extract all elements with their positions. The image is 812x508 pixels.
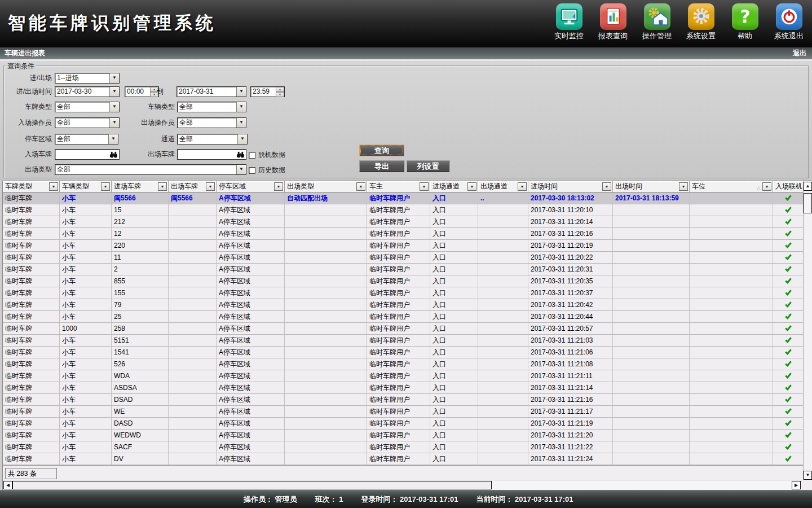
table-row[interactable]: 临时车牌1000258A停车区域临时车牌用户入口2017-03-31 11:20… [3, 323, 804, 335]
search-button[interactable]: 查询 [359, 144, 404, 156]
offline-data-checkbox[interactable]: 脱机数据 [249, 150, 285, 160]
exit-plate-input[interactable] [177, 149, 246, 160]
chevron-down-icon[interactable]: ▼ [236, 118, 246, 128]
table-row[interactable]: 临时车牌小车155A停车区域临时车牌用户入口2017-03-31 11:20:3… [3, 287, 804, 299]
column-header-12[interactable]: 车位△▼ [690, 181, 773, 192]
binoculars-search-icon[interactable] [109, 151, 118, 158]
exit-operator-select[interactable]: 全部▼ [177, 117, 246, 128]
table-row[interactable]: 临时车牌小车WEA停车区域临时车牌用户入口2017-03-31 11:21:17 [3, 406, 804, 418]
parking-area-select[interactable]: 全部▼ [55, 134, 118, 144]
spin-down-icon[interactable]: ▼ [276, 92, 284, 97]
plate-type-select[interactable]: 全部▼ [55, 102, 120, 112]
column-settings-button[interactable]: 列设置 [407, 160, 449, 172]
column-filter-icon[interactable]: ▼ [602, 182, 611, 191]
column-header-2[interactable]: 车辆类型▼ [60, 181, 112, 192]
column-filter-icon[interactable]: ▼ [420, 182, 429, 191]
table-row[interactable]: 临时车牌小车DSADA停车区域临时车牌用户入口2017-03-31 11:21:… [3, 394, 804, 406]
column-header-9[interactable]: 出场通道▼ [478, 181, 528, 192]
horizontal-scrollbar[interactable]: ◀ ▶ [3, 480, 801, 490]
date-to-select[interactable]: 2017-03-31▼ [176, 86, 246, 97]
table-row[interactable]: 临时车牌小车11A停车区域临时车牌用户入口2017-03-31 11:20:22 [3, 252, 804, 264]
column-filter-icon[interactable]: ▼ [762, 182, 771, 191]
table-row[interactable]: 临时车牌小车79A停车区域临时车牌用户入口2017-03-31 11:20:42 [3, 299, 804, 311]
column-filter-icon[interactable]: ▼ [158, 182, 167, 191]
column-filter-icon[interactable]: ▼ [518, 182, 527, 191]
table-row[interactable]: 临时车牌小车25A停车区域临时车牌用户入口2017-03-31 11:20:44 [3, 311, 804, 323]
inout-select[interactable]: 1--进场▼ [55, 73, 120, 84]
column-header-6[interactable]: 出场类型▼ [285, 181, 367, 192]
column-filter-icon[interactable]: ▼ [274, 182, 283, 191]
horizontal-scroll-thumb[interactable] [12, 481, 492, 489]
chevron-down-icon[interactable]: ▼ [108, 134, 118, 144]
column-filter-icon[interactable]: ▼ [356, 182, 365, 191]
scroll-left-icon[interactable]: ◀ [3, 481, 12, 489]
column-filter-icon[interactable]: ▼ [49, 182, 58, 191]
table-row[interactable]: 临时车牌小车SACFA停车区域临时车牌用户入口2017-03-31 11:21:… [3, 441, 804, 453]
chevron-down-icon[interactable]: ▼ [236, 102, 246, 112]
chevron-down-icon[interactable]: ▼ [236, 87, 246, 97]
column-header-4[interactable]: 出场车牌▼ [169, 181, 217, 192]
column-filter-icon[interactable]: ▼ [101, 182, 110, 191]
date-from-select[interactable]: 2017-03-30▼ [55, 86, 120, 97]
exit-button[interactable]: 退出 [793, 49, 812, 58]
vehicle-type-select[interactable]: 全部▼ [177, 102, 246, 112]
column-filter-icon[interactable]: ▼ [206, 182, 215, 191]
column-header-11[interactable]: 出场时间▼ [613, 181, 690, 192]
chevron-down-icon[interactable]: ▼ [109, 73, 119, 83]
chevron-down-icon[interactable]: ▼ [109, 102, 119, 112]
table-row[interactable]: 临时车牌小车5151A停车区域临时车牌用户入口2017-03-31 11:21:… [3, 335, 804, 347]
column-header-5[interactable]: 停车区域▼ [217, 181, 285, 192]
table-row[interactable]: 临时车牌小车212A停车区域临时车牌用户入口2017-03-31 11:20:1… [3, 216, 804, 228]
column-header-1[interactable]: 车牌类型▼ [3, 181, 60, 192]
entry-operator-select[interactable]: 全部▼ [55, 117, 120, 128]
scroll-up-icon[interactable]: ▲ [804, 182, 812, 191]
chevron-down-icon[interactable]: ▼ [109, 118, 119, 128]
column-header-7[interactable]: 车主▼ [367, 181, 430, 192]
vertical-scroll-thumb[interactable] [804, 193, 812, 213]
table-row[interactable]: 临时车牌小车855A停车区域临时车牌用户入口2017-03-31 11:20:3… [3, 275, 804, 287]
export-button[interactable]: 导出 [359, 160, 404, 172]
column-filter-icon[interactable]: ▼ [679, 182, 688, 191]
settings-gear-icon[interactable] [688, 3, 714, 30]
monitor-icon[interactable] [556, 3, 582, 30]
column-header-10[interactable]: 进场时间▼ [528, 181, 613, 192]
vertical-scrollbar[interactable]: ▲ ▼ [803, 181, 812, 480]
column-header-8[interactable]: 进场通道▼ [430, 181, 478, 192]
scroll-down-icon[interactable]: ▼ [804, 471, 812, 480]
column-header-13[interactable]: 入场联机 [773, 181, 804, 192]
table-row[interactable]: 临时车牌小车526A停车区域临时车牌用户入口2017-03-31 11:21:0… [3, 358, 804, 370]
column-header-3[interactable]: 进场车牌▼ [112, 181, 169, 192]
history-data-checkbox[interactable]: 历史数据 [249, 165, 285, 175]
table-row[interactable]: 临时车牌小车220A停车区域临时车牌用户入口2017-03-31 11:20:1… [3, 240, 804, 252]
power-icon[interactable] [776, 3, 802, 30]
exit-type-select[interactable]: 全部▼ [55, 164, 246, 175]
table-row[interactable]: 临时车牌小车闽5566闽5566A停车区域自动匹配出场临时车牌用户入口..201… [3, 192, 804, 204]
help-icon[interactable]: ? [732, 3, 758, 30]
operation-icon[interactable] [644, 3, 670, 30]
scroll-right-icon[interactable]: ▶ [792, 481, 801, 489]
table-row[interactable]: 临时车牌小车12A停车区域临时车牌用户入口2017-03-31 11:20:16 [3, 228, 804, 240]
table-row[interactable]: 临时车牌小车2A停车区域临时车牌用户入口2017-03-31 11:20:31 [3, 264, 804, 275]
report-icon[interactable] [600, 3, 626, 30]
checkbox-box[interactable] [249, 167, 255, 174]
table-row[interactable]: 临时车牌小车WEDWDA停车区域临时车牌用户入口2017-03-31 11:21… [3, 430, 804, 441]
checkbox-box[interactable] [249, 152, 255, 159]
table-row[interactable]: 临时车牌小车WDAA停车区域临时车牌用户入口2017-03-31 11:21:1… [3, 370, 804, 382]
nav-realtime-monitor[interactable]: 实时监控 [547, 3, 591, 41]
chevron-down-icon[interactable]: ▼ [236, 165, 246, 174]
binoculars-search-icon[interactable] [236, 151, 245, 158]
nav-system-exit[interactable]: 系统退出 [767, 3, 811, 41]
table-row[interactable]: 临时车牌小车1541A停车区域临时车牌用户入口2017-03-31 11:21:… [3, 347, 804, 358]
table-row[interactable]: 临时车牌小车ASDSAA停车区域临时车牌用户入口2017-03-31 11:21… [3, 382, 804, 394]
table-row[interactable]: 临时车牌小车DVA停车区域临时车牌用户入口2017-03-31 11:21:24 [3, 453, 804, 465]
column-filter-icon[interactable]: ▼ [467, 182, 476, 191]
nav-report-query[interactable]: 报表查询 [591, 3, 635, 41]
nav-system-settings[interactable]: 系统设置 [679, 3, 723, 41]
table-row[interactable]: 临时车牌小车15A停车区域临时车牌用户入口2017-03-31 11:20:10 [3, 204, 804, 216]
table-row[interactable]: 临时车牌小车DASDA停车区域临时车牌用户入口2017-03-31 11:21:… [3, 418, 804, 430]
spin-up-icon[interactable]: ▲ [276, 87, 284, 92]
channel-select[interactable]: 全部▼ [177, 134, 248, 144]
nav-help[interactable]: ?帮助 [723, 3, 767, 41]
chevron-down-icon[interactable]: ▼ [109, 87, 119, 97]
time-to-spinner[interactable]: 23:59 ▲▼ [250, 86, 285, 97]
